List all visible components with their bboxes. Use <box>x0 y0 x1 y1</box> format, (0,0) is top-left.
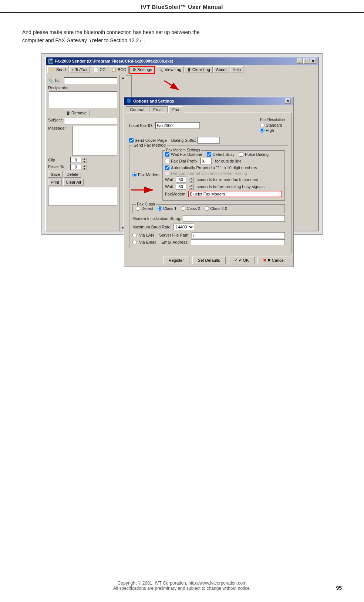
clip-down-arrow[interactable]: ▼ <box>82 160 87 163</box>
screenshot-container: 📠 Fax2000 Sender (D:\Program Files\CCR\F… <box>41 53 323 235</box>
clip-up-arrow[interactable]: ▲ <box>82 157 87 160</box>
ok-button[interactable]: ✔ ✔ OK <box>229 257 255 264</box>
fax-resolution-group: Fax Resolution Standard High <box>257 116 288 135</box>
detect-radio-row: Detect <box>136 206 153 211</box>
clear-all-button[interactable]: Clear All <box>63 179 84 185</box>
to-fax-button[interactable]: + To/Fax <box>69 66 90 73</box>
via-email-radio[interactable] <box>132 240 137 244</box>
wait1-down[interactable]: ▼ <box>189 180 194 183</box>
auto-prepend-row: Automatically Prepend a "1" to 10 digit … <box>165 165 282 170</box>
dialing-suffix-input[interactable] <box>198 137 220 144</box>
auto-prepend-checkbox[interactable] <box>165 165 169 170</box>
faxmodem-row: FaxModem: <box>165 191 282 197</box>
wait2-down[interactable]: ▼ <box>189 187 194 190</box>
via-lan-radio[interactable] <box>132 233 137 237</box>
fax-modem-label: Fax Modem <box>138 173 159 177</box>
save-button[interactable]: Save <box>48 171 63 178</box>
cc-button[interactable]: 📄 CC <box>91 66 108 73</box>
send-button[interactable]: ⚡ Send <box>47 66 68 73</box>
class20-radio[interactable] <box>205 206 209 211</box>
modem-init-input[interactable] <box>183 215 285 222</box>
red-arrow-faxmodem <box>129 184 159 196</box>
resize-input[interactable] <box>70 164 81 170</box>
clear-log-button[interactable]: 🗑 Clear Log <box>185 66 213 73</box>
dialog-tabs: General Email Fax <box>124 105 293 113</box>
fax-dial-prefix-row: Fax Dial Prefix for outside line <box>165 158 282 164</box>
standard-radio[interactable] <box>260 123 264 127</box>
remove-button[interactable]: 🗑 Remove <box>63 110 90 116</box>
standard-radio-row: Standard <box>260 123 285 127</box>
resize-up-arrow[interactable]: ▲ <box>82 164 87 167</box>
fax-class-title: Fax Class <box>136 202 156 206</box>
images-area[interactable] <box>48 187 117 205</box>
class1-radio[interactable] <box>158 206 162 211</box>
message-row: Message: <box>48 126 117 155</box>
to-input[interactable] <box>64 77 117 84</box>
wait2-up[interactable]: ▲ <box>189 184 194 187</box>
red-arrow-settings <box>161 79 183 94</box>
wait2-input[interactable] <box>176 184 186 190</box>
detect-busy-checkbox[interactable] <box>207 152 211 157</box>
send-fax-method-title: Send Fax Method <box>132 143 167 147</box>
view-log-button[interactable]: 🔍 View Log <box>156 66 184 73</box>
wait1-row: Wait ▲ ▼ seconds for remote fax to conne… <box>165 177 282 183</box>
tab-general[interactable]: General <box>126 106 148 113</box>
view-log-icon: 🔍 <box>158 67 164 72</box>
high-label: High <box>266 128 274 133</box>
send-icon: ⚡ <box>50 67 55 72</box>
wait1-up[interactable]: ▲ <box>189 177 194 180</box>
scroll-up[interactable]: ▲ <box>121 76 125 80</box>
send-fax-method-section: Send Fax Method Fax Modem Fax Modem Sett… <box>129 146 288 248</box>
recipients-box[interactable] <box>49 91 117 108</box>
local-fax-id-input[interactable] <box>155 122 200 129</box>
to-row: 📎 To: <box>48 77 117 84</box>
ok-icon: ✔ <box>234 258 237 263</box>
dialog-close-btn[interactable]: ✕ <box>285 98 291 104</box>
subject-input[interactable] <box>64 118 117 124</box>
print-button[interactable]: Print <box>48 179 62 185</box>
class2-radio[interactable] <box>181 206 185 211</box>
cc-icon: 📄 <box>93 67 98 72</box>
settings-button[interactable]: ⚙ Settings <box>129 66 155 74</box>
to-label: 📎 To: <box>48 78 64 83</box>
clip-input[interactable] <box>70 157 81 163</box>
fax-window-icon: 📠 <box>48 58 53 64</box>
server-path-input[interactable] <box>192 232 285 238</box>
fax-main-area: 📎 To: Recipients: 🗑 Remove <box>46 75 318 231</box>
wait1-input[interactable] <box>176 177 186 183</box>
minimize-btn[interactable]: _ <box>297 58 303 64</box>
max-baud-label: Maximum Baud Rate: <box>132 225 172 229</box>
bottom-controls: Clip ▲ ▼ Resize % ▲ ▼ <box>48 157 117 205</box>
max-baud-select[interactable]: 14400 9600 4800 <box>173 224 194 230</box>
bcc-icon: 📋 <box>111 67 117 72</box>
options-dialog: 🔵 Options and Settings ✕ General <box>124 97 294 267</box>
tab-email[interactable]: Email <box>149 106 168 113</box>
high-radio[interactable] <box>260 128 264 133</box>
class2-radio-row: Class 2 <box>181 206 200 211</box>
about-button[interactable]: About <box>213 66 229 73</box>
tab-fax[interactable]: Fax <box>168 106 183 113</box>
cancel-button[interactable]: ✖ ✖ Cancel <box>257 257 290 264</box>
email-address-input[interactable] <box>191 239 285 245</box>
delete-button[interactable]: Delete <box>64 171 81 178</box>
help-button[interactable]: Help <box>230 66 244 73</box>
close-btn[interactable]: ✕ <box>310 58 316 64</box>
dialing-suffix-label: Dialing Suffix: <box>171 138 196 143</box>
fax-dial-prefix-checkbox[interactable] <box>165 159 169 163</box>
intro-paragraph: And please make sure the bluetooth conne… <box>22 28 342 45</box>
detect-radio[interactable] <box>136 206 140 211</box>
send-cover-checkbox[interactable] <box>129 138 134 143</box>
wait-dialtone-row: Wait For Dialtone Detect Busy Pulse Dial… <box>165 152 282 157</box>
fax-modem-radio[interactable] <box>132 173 137 177</box>
faxmodem-input[interactable] <box>188 191 282 197</box>
prefix-input[interactable] <box>200 158 212 164</box>
subject-label: Subject: <box>48 118 64 122</box>
set-defaults-button[interactable]: Set Defaults <box>192 257 226 264</box>
wait-dialtone-checkbox[interactable] <box>165 152 169 157</box>
maximize-btn[interactable]: □ <box>303 58 309 64</box>
register-button[interactable]: Register <box>163 257 189 264</box>
bcc-button[interactable]: 📋 BCC <box>109 66 129 73</box>
message-input[interactable] <box>72 126 117 155</box>
pulse-dialing-checkbox[interactable] <box>239 152 243 157</box>
resize-down-arrow[interactable]: ▼ <box>82 167 87 170</box>
